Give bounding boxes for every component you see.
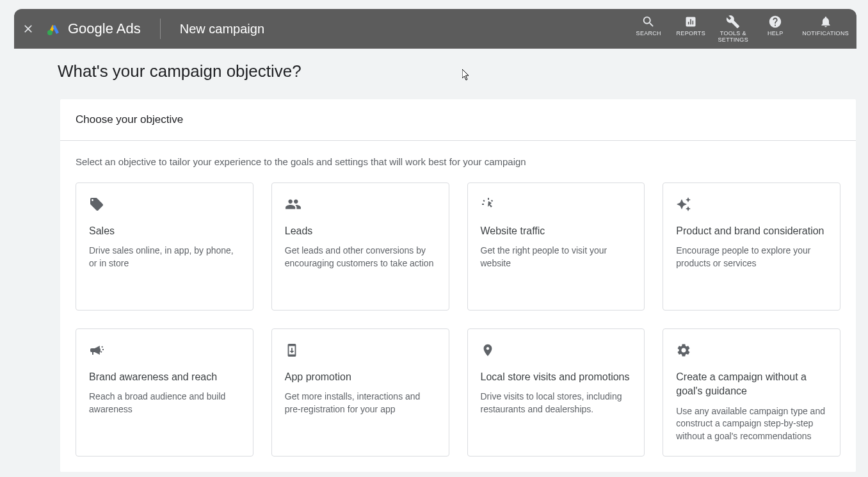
- notifications-action[interactable]: NOTIFICATIONS: [802, 14, 849, 37]
- click-icon: [481, 196, 632, 213]
- objective-product-brand-consideration[interactable]: Product and brand consideration Encourag…: [663, 182, 840, 311]
- objective-title: Create a campaign without a goal's guida…: [676, 370, 827, 399]
- objective-app-promotion[interactable]: App promotion Get more installs, interac…: [271, 328, 449, 457]
- search-label: SEARCH: [636, 31, 661, 37]
- people-icon: [285, 196, 436, 213]
- search-action[interactable]: SEARCH: [633, 14, 664, 37]
- objective-brand-awareness[interactable]: Brand awareness and reach Reach a broad …: [76, 328, 253, 457]
- logo[interactable]: Google Ads: [46, 20, 141, 37]
- objective-website-traffic[interactable]: Website traffic Get the right people to …: [467, 182, 645, 311]
- megaphone-icon: [89, 342, 240, 359]
- objective-desc: Get the right people to visit your websi…: [481, 245, 632, 270]
- close-button[interactable]: [22, 22, 35, 35]
- objective-title: Sales: [89, 224, 240, 238]
- card-header: Choose your objective: [60, 99, 856, 141]
- header-divider: [160, 19, 161, 39]
- top-header: Google Ads New campaign SEARCH REPORTS T…: [14, 9, 856, 49]
- card-header-title: Choose your objective: [76, 113, 840, 126]
- objectives-grid: Sales Drive sales online, in app, by pho…: [76, 182, 840, 457]
- objective-desc: Use any available campaign type and cons…: [676, 405, 827, 443]
- wrench-icon: [726, 14, 740, 29]
- notifications-label: NOTIFICATIONS: [802, 31, 849, 37]
- google-ads-logo-icon: [46, 21, 61, 36]
- bell-icon: [819, 14, 832, 29]
- phone-download-icon: [285, 342, 436, 359]
- header-right: SEARCH REPORTS TOOLS & SETTINGS HELP NOT…: [633, 14, 849, 44]
- tag-icon: [89, 196, 240, 213]
- content-area: What's your campaign objective? Choose y…: [0, 49, 868, 472]
- objective-leads[interactable]: Leads Get leads and other conversions by…: [271, 182, 449, 311]
- search-icon: [641, 14, 655, 29]
- objective-title: Website traffic: [481, 224, 632, 238]
- objective-no-goal[interactable]: Create a campaign without a goal's guida…: [663, 328, 840, 457]
- close-icon: [22, 22, 35, 35]
- objective-desc: Reach a broad audience and build awarene…: [89, 391, 240, 416]
- objective-desc: Encourage people to explore your product…: [676, 245, 827, 270]
- tools-settings-label: TOOLS & SETTINGS: [718, 31, 748, 44]
- help-label: HELP: [768, 31, 784, 37]
- reports-label: REPORTS: [677, 31, 705, 37]
- help-action[interactable]: HELP: [760, 14, 791, 37]
- tools-settings-action[interactable]: TOOLS & SETTINGS: [718, 14, 748, 44]
- objective-sales[interactable]: Sales Drive sales online, in app, by pho…: [76, 182, 253, 311]
- help-icon: [768, 14, 782, 29]
- objective-title: Brand awareness and reach: [89, 370, 240, 384]
- card-body: Select an objective to tailor your exper…: [60, 141, 856, 472]
- objective-title: App promotion: [285, 370, 436, 384]
- sparkle-icon: [676, 196, 827, 213]
- objective-desc: Drive sales online, in app, by phone, or…: [89, 245, 240, 270]
- objective-card-container: Choose your objective Select an objectiv…: [60, 99, 856, 472]
- header-left: Google Ads New campaign: [22, 19, 264, 39]
- help-text: Select an objective to tailor your exper…: [76, 156, 840, 167]
- objective-title: Leads: [285, 224, 436, 238]
- logo-text: Google Ads: [68, 20, 141, 37]
- gear-icon: [676, 342, 827, 359]
- objective-desc: Get leads and other conversions by encou…: [285, 245, 436, 270]
- svg-point-0: [47, 30, 52, 35]
- reports-icon: [684, 14, 697, 29]
- pin-icon: [481, 342, 632, 359]
- objective-desc: Drive visits to local stores, including …: [481, 391, 632, 416]
- objective-local-store[interactable]: Local store visits and promotions Drive …: [467, 328, 645, 457]
- reports-action[interactable]: REPORTS: [675, 14, 706, 37]
- objective-title: Product and brand consideration: [676, 224, 827, 238]
- page-name: New campaign: [180, 22, 264, 36]
- objective-title: Local store visits and promotions: [481, 370, 632, 384]
- objective-desc: Get more installs, interactions and pre-…: [285, 391, 436, 416]
- page-title: What's your campaign objective?: [58, 61, 856, 81]
